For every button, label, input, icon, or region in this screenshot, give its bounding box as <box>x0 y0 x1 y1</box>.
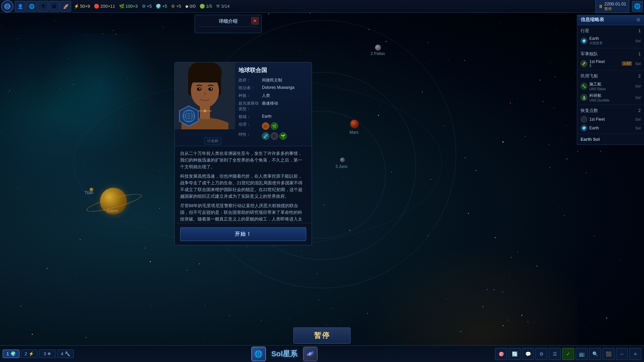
top-bar: 👤 🌐 ⚗ 🏛 🚀 ⚡ 50+9 🔴 200+11 🌿 100+3 ⚙ +5 🌍… <box>0 0 644 13</box>
detail-dialog-close[interactable]: ✕ <box>251 17 259 24</box>
recovery-fleet-icon: ◎ <box>581 116 587 123</box>
label-mars: Mars <box>350 130 359 135</box>
resource-bar: ⚡ 50+9 🔴 200+11 🌿 100+3 ⚙ +5 🌍 +5 ⚙ +5 ◆… <box>74 4 595 9</box>
field-capital: 都城： Earth <box>238 114 308 120</box>
trait-icon-1: 🧬 <box>262 132 269 140</box>
field-ethics: 伦理： ⚖ 🌿 <box>238 122 308 130</box>
br-btn-check[interactable]: ✓ <box>562 348 574 360</box>
trait-icon-2: ⚙ <box>271 132 278 140</box>
br-btn-5[interactable]: ☰ <box>549 348 561 360</box>
start-button[interactable]: 开始！ <box>180 227 306 241</box>
portrait-name-badge: 计名称 <box>204 137 221 144</box>
science-ship-icon: 🔬 <box>581 94 587 101</box>
planet-pallas[interactable] <box>375 45 381 51</box>
bottom-right-buttons: 🎯 🔄 💬 ⚙ ☰ ✓ 📺 🔍 ⬛ ↔ ≡ <box>495 348 641 360</box>
construction-ship-info: 施工船 UNS Balao <box>589 81 633 91</box>
svg-point-11 <box>199 88 201 89</box>
ethics-icons: ⚖ 🌿 <box>262 122 278 130</box>
right-panel-settings-icon[interactable]: ⚙ <box>636 17 641 22</box>
recovery-earth-icon: 🌍 <box>581 125 587 131</box>
ethics-icon-1: ⚖ <box>262 122 269 130</box>
tab2-number: 2 <box>24 351 27 356</box>
bottom-tab-2[interactable]: 2 ⚡ <box>21 350 38 358</box>
earth-sol-label: Earth Sol <box>581 137 641 142</box>
svg-point-10 <box>208 87 213 91</box>
tab1-number: 1 <box>6 351 9 356</box>
pause-overlay-text: 暂停 <box>314 331 330 340</box>
fleet-item-1[interactable]: 🚀 1st Fleet 3 ⚔ 67 Sol <box>577 58 644 69</box>
br-btn-zoom[interactable]: 🔍 <box>589 348 601 360</box>
pause-icon: ⏸ <box>598 4 603 9</box>
resource-unity: ⚙ +5 <box>171 4 181 9</box>
detail-dialog: 详细介绍 ✕ <box>195 15 262 33</box>
pause-button[interactable]: ⏸ 2200.01.01 暂停 <box>595 0 629 13</box>
top-icon-group: 👤 🌐 ⚗ 🏛 🚀 <box>15 1 71 12</box>
tab4-number: 4 <box>61 351 63 356</box>
resource-minerals: 🔴 200+11 <box>94 4 115 9</box>
portrait-section: 地球联合国 政府： 间接民主制 统治者： Dolores Muwanga 种族：… <box>175 62 312 146</box>
game-logo[interactable] <box>1 0 13 12</box>
br-btn-2[interactable]: 🔄 <box>508 348 521 360</box>
ethics-icon-2: 🌿 <box>271 122 278 130</box>
label-pallas: 2 Pallas <box>371 51 385 56</box>
fleet-icon: 🚀 <box>581 60 587 67</box>
resource-science: ⚙ +5 <box>142 4 152 9</box>
nation-info: 地球联合国 政府： 间接民主制 统治者： Dolores Muwanga 种族：… <box>235 62 312 146</box>
br-btn-1[interactable]: 🎯 <box>495 348 507 360</box>
planet-mars[interactable] <box>350 120 359 128</box>
fleet-info: 1st Fleet 3 <box>589 59 620 68</box>
science-ship-info: 科研船 UNS Doolittle <box>589 93 633 102</box>
earth-info: Earth 大陆世界 <box>589 36 633 46</box>
icon-btn-3[interactable]: ⚗ <box>38 1 48 12</box>
top-right-globe-btn[interactable]: 🌐 <box>632 1 643 12</box>
icon-btn-2[interactable]: 🌐 <box>26 1 37 12</box>
br-btn-settings2[interactable]: ↔ <box>616 348 628 360</box>
construction-ship-icon: 🔧 <box>581 83 587 89</box>
br-btn-4[interactable]: ⚙ <box>535 348 547 360</box>
svg-point-12 <box>211 88 212 89</box>
br-btn-layer[interactable]: ⬛ <box>602 348 614 360</box>
br-btn-display[interactable]: 📺 <box>576 348 588 360</box>
planet-juno[interactable] <box>340 158 345 162</box>
resource-food: 🌿 100+3 <box>119 4 138 9</box>
label-titan: Titan <box>85 190 93 195</box>
nation-description: 自从二十万年前人类在非洲诞生至今，发生了许许多多的事情，我们的种族迅速的扩张到了… <box>175 146 312 223</box>
bottom-tab-3[interactable]: 3 ❄ <box>39 350 56 358</box>
recovery-section: 恢复点数 2 ◎ 1st Fleet Sol 🌍 Earth Sol <box>577 105 644 134</box>
svg-point-9 <box>197 87 202 91</box>
recovery-fleet-info: 1st Fleet <box>589 117 633 122</box>
field-ftl: 超光速驱动类型： 曲速移动 <box>238 101 308 112</box>
field-government: 政府： 间接民主制 <box>238 77 308 83</box>
civilian-section: 民用飞船 2 🔧 施工船 UNS Balao Sol 🔬 科研船 UNS Doo… <box>577 70 644 105</box>
tab2-icon: ⚡ <box>29 351 34 356</box>
tab4-icon: 🔧 <box>65 351 70 356</box>
resource-energy: ⚡ 50+9 <box>74 4 90 9</box>
planet-item-earth[interactable]: 🌍 Earth 大陆世界 Sol <box>577 35 644 47</box>
fleet-badge: ⚔ 67 <box>622 61 632 66</box>
galaxy-icon-button[interactable]: 🌌 <box>303 347 318 361</box>
trait-icon-3: 🌱 <box>279 132 287 140</box>
icon-btn-4[interactable]: 🏛 <box>49 1 60 12</box>
trait-icons: 🧬 ⚙ 🌱 <box>262 132 287 140</box>
right-panel-header: 信息缩略表 ⚙ <box>577 15 644 25</box>
bottom-tab-1[interactable]: 1 🌍 <box>3 350 19 358</box>
resource-consumer: ⚒ 3/14 <box>216 4 229 9</box>
bottom-tab-4[interactable]: 4 🔧 <box>57 350 74 358</box>
br-btn-3[interactable]: 💬 <box>522 348 534 360</box>
br-btn-menu[interactable]: ≡ <box>629 348 641 360</box>
resource-credits: ◆ 0/0 <box>185 4 196 9</box>
resource-alloys: 🟢 1/5 <box>200 4 212 9</box>
resource-influence: 🌍 +5 <box>156 4 167 9</box>
top-right-controls: ⏸ 2200.01.01 暂停 🌐 <box>595 0 643 13</box>
nation-name: 地球联合国 <box>238 66 308 74</box>
leader-portrait <box>175 62 235 129</box>
icon-btn-1[interactable]: 👤 <box>15 1 25 12</box>
recovery-item-1[interactable]: ◎ 1st Fleet Sol <box>577 115 644 124</box>
system-icon-button[interactable]: 🌐 <box>251 347 266 361</box>
civilian-item-1[interactable]: 🔧 施工船 UNS Balao Sol <box>577 80 644 92</box>
civilian-item-2[interactable]: 🔬 科研船 UNS Doolittle Sol <box>577 92 644 103</box>
recovery-item-2[interactable]: 🌍 Earth Sol <box>577 124 644 132</box>
right-panel: 信息缩略表 ⚙ 行星 1 🌍 Earth 大陆世界 Sol 军事舰队 1 🚀 1… <box>577 15 644 145</box>
icon-btn-5[interactable]: 🚀 <box>60 1 71 12</box>
tab3-number: 3 <box>44 351 46 356</box>
